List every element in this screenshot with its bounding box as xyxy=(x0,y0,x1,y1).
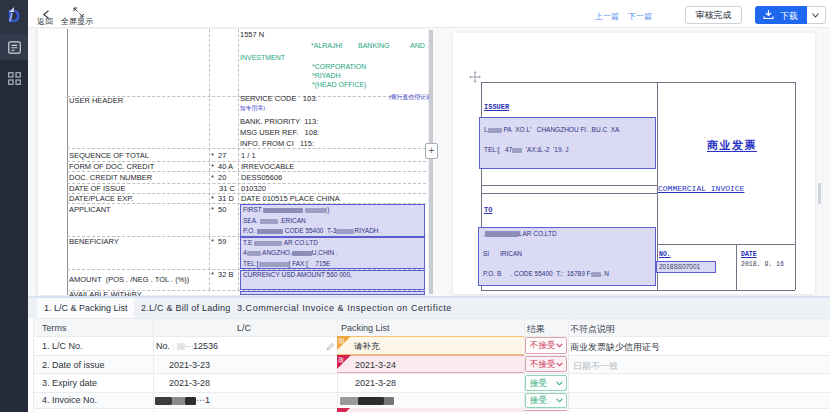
svg-text:D: D xyxy=(8,7,20,26)
